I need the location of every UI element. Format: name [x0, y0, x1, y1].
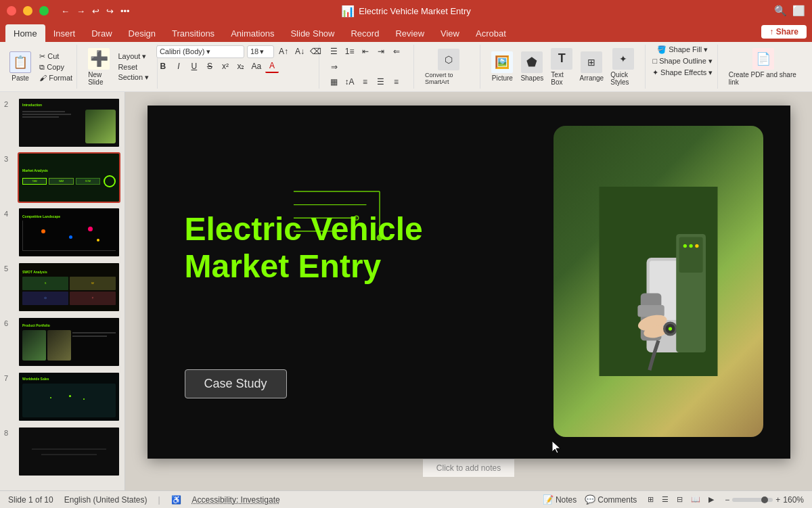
tab-transitions[interactable]: Transitions [164, 24, 223, 42]
accessibility-info[interactable]: Accessibility: Investigate [192, 495, 280, 505]
back-icon[interactable]: ← [61, 6, 70, 16]
tab-review[interactable]: Review [387, 24, 432, 42]
align-right-button[interactable]: ≡ [390, 75, 403, 89]
notes-button[interactable]: 📝 Notes [543, 494, 577, 505]
outline-view-button[interactable]: ☰ [659, 494, 671, 505]
text-direction-button[interactable]: ↕A [343, 75, 357, 89]
slide-num-3: 3 [4, 152, 14, 163]
slide-thumb-6[interactable]: 6 Product Portfolio [4, 317, 120, 367]
slide-thumb-img-8[interactable] [18, 426, 120, 477]
layout-button[interactable]: Layout ▾ [115, 51, 152, 62]
bold-button[interactable]: B [156, 60, 170, 73]
font-decrease-button[interactable]: A↓ [293, 45, 307, 58]
decrease-indent-button[interactable]: ⇤ [359, 45, 372, 58]
slide-main-title[interactable]: Electric Vehicle Market Entry [185, 210, 489, 285]
slide-sorter-button[interactable]: ⊟ [674, 494, 685, 505]
clear-format-button[interactable]: ⌫ [309, 45, 323, 58]
change-case-button[interactable]: Aa [250, 60, 263, 73]
italic-button[interactable]: I [172, 60, 185, 73]
rtl-button[interactable]: ⇐ [390, 45, 403, 58]
columns-button[interactable]: ▦ [328, 75, 341, 89]
font-increase-button[interactable]: A↑ [277, 45, 290, 58]
canvas-area[interactable]: Electric Vehicle Market Entry Case Study [125, 92, 812, 490]
slide-thumb-2[interactable]: 2 Introduction [4, 97, 120, 148]
tab-animations[interactable]: Animations [223, 24, 282, 42]
slide-thumb-7[interactable]: 7 Worldwide Sales [4, 371, 120, 422]
slide-canvas[interactable]: Electric Vehicle Market Entry Case Study [148, 106, 790, 459]
tab-draw[interactable]: Draw [83, 24, 120, 42]
tab-acrobat[interactable]: Acrobat [468, 24, 514, 42]
comments-button[interactable]: 💬 Comments [585, 494, 637, 505]
zoom-slider[interactable] [732, 498, 773, 502]
create-pdf-button[interactable]: 📄 Create PDF and share link [726, 47, 801, 87]
forward-icon[interactable]: → [76, 6, 85, 16]
redo-icon[interactable]: ↪ [106, 6, 114, 16]
picture-button[interactable]: 🖼️ Picture [489, 50, 516, 83]
slide-thumb-4[interactable]: 4 Competitive Landscape [4, 207, 120, 258]
slide-thumb-3[interactable]: 3 Market Analysis TAM SAM SOM [4, 152, 120, 203]
close-button[interactable] [7, 6, 16, 16]
case-study-text: Case Study [204, 377, 267, 390]
tab-home[interactable]: Home [5, 24, 45, 42]
case-study-badge[interactable]: Case Study [185, 369, 287, 398]
superscript-button[interactable]: x² [219, 60, 232, 73]
copy-button[interactable]: ⧉ Copy [37, 62, 75, 72]
more-options-icon[interactable]: ⬜ [792, 5, 805, 17]
svg-point-27 [695, 244, 698, 248]
shape-fill-button[interactable]: 🪣 Shape Fill ▾ [654, 45, 710, 55]
increase-indent-button[interactable]: ⇥ [374, 45, 388, 58]
new-slide-button[interactable]: ➕ New Slide [85, 47, 112, 87]
underline-button[interactable]: U [187, 60, 201, 73]
convert-smartart-button[interactable]: ⬡ Convert to SmartArt [422, 47, 474, 87]
slide-thumb-img-7[interactable]: Worldwide Sales [18, 371, 120, 422]
tab-insert[interactable]: Insert [45, 24, 84, 42]
format-painter-button[interactable]: 🖌 Format [37, 73, 75, 83]
quick-styles-button[interactable]: ✦ Quick Styles [608, 47, 639, 87]
zoom-out-button[interactable]: − [725, 495, 729, 505]
slide-thumb-img-4[interactable]: Competitive Landscape [18, 207, 120, 258]
share-button[interactable]: ↑ Share [761, 25, 807, 39]
slide-panel[interactable]: 2 Introduction 3 [0, 92, 125, 490]
zoom-in-button[interactable]: + [775, 495, 780, 505]
font-size-dropdown[interactable]: 18▾ [247, 45, 274, 58]
maximize-button[interactable] [39, 6, 49, 16]
cut-button[interactable]: ✂ Cut [37, 51, 75, 62]
thumb5-w: W [70, 277, 116, 290]
minimize-button[interactable] [23, 6, 32, 16]
arrange-button[interactable]: ⊞ Arrange [578, 50, 605, 83]
more-icon[interactable]: ••• [120, 6, 130, 16]
paste-button[interactable]: 📋 Paste [7, 50, 34, 83]
numbering-button[interactable]: 1≡ [343, 45, 357, 58]
zoom-thumb [761, 497, 768, 503]
font-family-dropdown[interactable]: Calibri (Body)▾ [156, 45, 244, 58]
reset-button[interactable]: Reset [115, 62, 152, 72]
reading-view-button[interactable]: 📖 [688, 494, 703, 505]
slideshow-button[interactable]: ▶ [706, 494, 717, 505]
slide-thumb-img-3[interactable]: Market Analysis TAM SAM SOM [18, 152, 120, 203]
normal-view-button[interactable]: ⊞ [645, 494, 656, 505]
slide-thumb-5[interactable]: 5 SWOT Analysis S W O T [4, 262, 120, 313]
search-icon[interactable]: 🔍 [774, 5, 787, 17]
tab-design[interactable]: Design [120, 24, 164, 42]
slide-thumb-img-5[interactable]: SWOT Analysis S W O T [18, 262, 120, 313]
tab-view[interactable]: View [432, 24, 468, 42]
align-center-button[interactable]: ☰ [374, 75, 388, 89]
shapes-button[interactable]: ⬟ Shapes [518, 50, 545, 83]
shape-effects-button[interactable]: ✦ Shape Effects ▾ [650, 68, 715, 78]
textbox-button[interactable]: T Text Box [548, 47, 575, 87]
align-left-button[interactable]: ≡ [359, 75, 372, 89]
shape-outline-button[interactable]: □ Shape Outline ▾ [650, 56, 715, 66]
tab-slideshow[interactable]: Slide Show [282, 24, 342, 42]
slide-thumb-img-6[interactable]: Product Portfolio [18, 317, 120, 367]
undo-icon[interactable]: ↩ [92, 6, 99, 16]
tab-record[interactable]: Record [342, 24, 387, 42]
slide-thumb-img-2[interactable]: Introduction [18, 97, 120, 148]
bullets-button[interactable]: ☰ [328, 45, 341, 58]
strikethrough-button[interactable]: S [203, 60, 217, 73]
slide-thumb-8[interactable]: 8 [4, 426, 120, 477]
font-color-button[interactable]: A [265, 60, 279, 73]
section-button[interactable]: Section ▾ [115, 72, 152, 83]
notes-bar[interactable]: Click to add notes [423, 459, 514, 477]
ltr-button[interactable]: ⇒ [328, 60, 341, 74]
subscript-button[interactable]: x₂ [234, 60, 248, 73]
